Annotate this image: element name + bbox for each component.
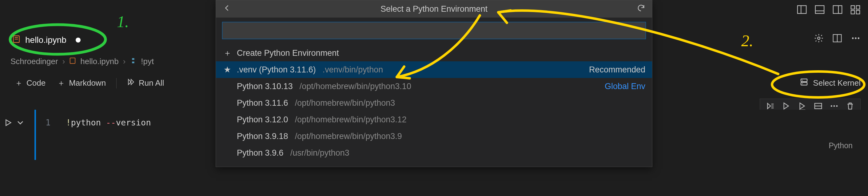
chevron-right-icon: › — [62, 57, 65, 66]
server-icon — [799, 77, 809, 89]
layout-grid-icon[interactable] — [850, 4, 861, 17]
tab-filename: hello.ipynb — [25, 35, 66, 45]
svg-point-17 — [855, 37, 856, 39]
more-icon[interactable] — [851, 33, 861, 45]
unsaved-indicator-icon — [76, 37, 81, 43]
svg-point-32 — [836, 105, 838, 107]
star-icon: ★ — [223, 65, 232, 75]
plus-icon: ＋ — [223, 48, 232, 59]
cell-language-label[interactable]: Python — [829, 141, 852, 150]
tab-hello-ipynb[interactable]: hello.ipynb — [0, 29, 90, 51]
svg-point-22 — [802, 80, 803, 81]
back-icon[interactable] — [223, 4, 231, 15]
svg-rect-2 — [815, 5, 824, 13]
svg-rect-6 — [851, 5, 855, 9]
quickpick-item-python3116[interactable]: Python 3.11.6 /opt/homebrew/bin/python3 — [216, 94, 652, 111]
run-all-icon — [127, 78, 135, 88]
svg-rect-0 — [798, 5, 806, 13]
editor-title-actions — [814, 33, 861, 45]
add-markdown-cell-button[interactable]: ＋ Markdown — [53, 75, 110, 91]
svg-rect-19 — [70, 58, 75, 63]
svg-rect-9 — [856, 10, 860, 14]
notebook-file-icon — [12, 35, 20, 45]
quickpick-item-python396[interactable]: Python 3.9.6 /usr/bin/python3 — [216, 144, 652, 161]
select-kernel-button[interactable]: Select Kernel — [799, 77, 861, 89]
quickpick-search-input[interactable] — [222, 22, 646, 39]
editor-layout-icons — [797, 4, 861, 17]
svg-point-18 — [858, 37, 859, 39]
svg-rect-21 — [801, 82, 807, 85]
refresh-icon[interactable] — [637, 4, 645, 15]
chevron-down-icon — [16, 118, 25, 128]
quickpick-header: Select a Python Environment — [216, 0, 652, 18]
notebook-file-icon — [69, 57, 76, 66]
breadcrumb-file[interactable]: hello.ipynb — [80, 57, 118, 66]
split-left-icon[interactable] — [797, 4, 807, 17]
annotation-label-1: 1. — [114, 9, 151, 36]
quickpick-item-python3120[interactable]: Python 3.12.0 /opt/homebrew/bin/python3.… — [216, 111, 652, 128]
quickpick-item-venv[interactable]: ★ .venv (Python 3.11.6) .venv/bin/python… — [216, 61, 652, 78]
quickpick-list: ＋ Create Python Environment ★ .venv (Pyt… — [216, 44, 652, 167]
svg-point-16 — [852, 37, 854, 39]
line-number: 1 — [45, 118, 51, 127]
annotation-label-2: 2. — [738, 28, 775, 55]
breadcrumb-symbol[interactable]: !pyt — [141, 57, 154, 66]
quickpick-item-python3918[interactable]: Python 3.9.18 /opt/homebrew/bin/python3.… — [216, 128, 652, 144]
python-symbol-icon — [130, 57, 136, 66]
svg-point-31 — [834, 105, 835, 107]
run-all-button[interactable]: Run All — [123, 76, 168, 91]
panel-bottom-icon[interactable] — [814, 4, 825, 17]
plus-icon: ＋ — [57, 78, 65, 88]
quickpick-panel: Select a Python Environment ＋ Create Pyt… — [216, 0, 652, 167]
svg-text:2.: 2. — [741, 32, 753, 50]
svg-rect-4 — [833, 5, 842, 13]
svg-rect-7 — [856, 5, 860, 9]
gear-icon[interactable] — [814, 33, 824, 45]
cell-run-gutter[interactable] — [3, 110, 36, 135]
chevron-right-icon: › — [123, 57, 126, 66]
quickpick-title: Select a Python Environment — [231, 4, 637, 14]
toolbar-divider — [116, 78, 117, 88]
tab-bar: hello.ipynb — [0, 29, 90, 51]
breadcrumb[interactable]: Schroedinger › hello.ipynb › !pyt — [10, 57, 154, 66]
plus-icon: ＋ — [15, 78, 23, 88]
svg-text:1.: 1. — [117, 13, 129, 30]
add-code-cell-button[interactable]: ＋ Code — [10, 75, 50, 91]
cell-focus-indicator — [34, 110, 36, 160]
svg-rect-8 — [851, 10, 855, 14]
svg-point-30 — [831, 105, 832, 107]
breadcrumb-folder[interactable]: Schroedinger — [10, 57, 58, 66]
quickpick-item-python31013[interactable]: Python 3.10.13 /opt/homebrew/bin/python3… — [216, 78, 652, 94]
play-icon — [3, 118, 13, 128]
split-right-icon[interactable] — [832, 4, 843, 17]
split-editor-icon[interactable] — [832, 33, 842, 45]
svg-rect-20 — [801, 79, 807, 82]
svg-point-23 — [802, 83, 803, 84]
quickpick-create-env[interactable]: ＋ Create Python Environment — [216, 45, 652, 61]
svg-point-13 — [817, 37, 820, 39]
